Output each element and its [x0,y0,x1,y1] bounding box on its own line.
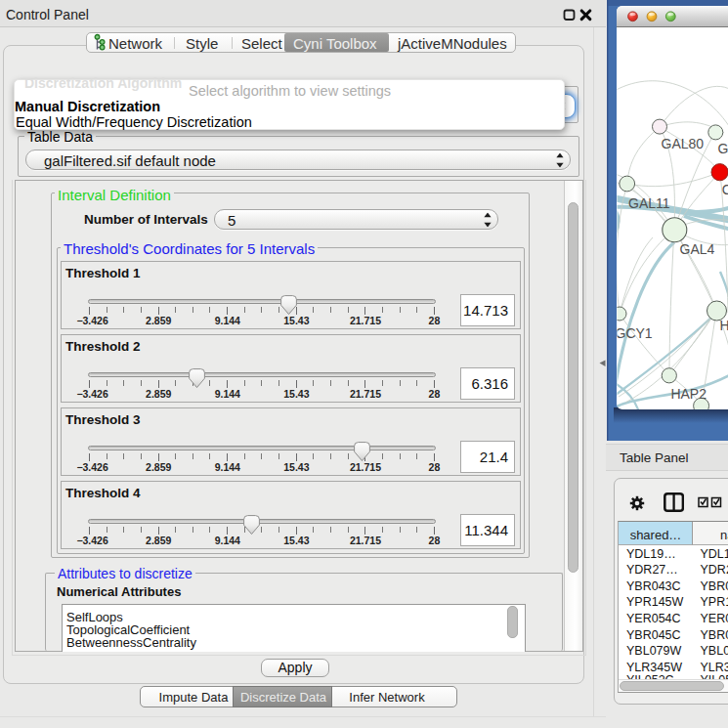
svg-text:CR: CR [722,182,728,197]
svg-text:HAP2: HAP2 [670,386,707,402]
svg-text:GAL80: GAL80 [662,136,705,151]
svg-text:GA: GA [718,141,728,156]
svg-text:GAL4: GAL4 [680,241,715,257]
svg-text:GCY1: GCY1 [616,325,653,341]
svg-text:HI: HI [720,318,728,333]
svg-text:GAL11: GAL11 [628,195,670,211]
